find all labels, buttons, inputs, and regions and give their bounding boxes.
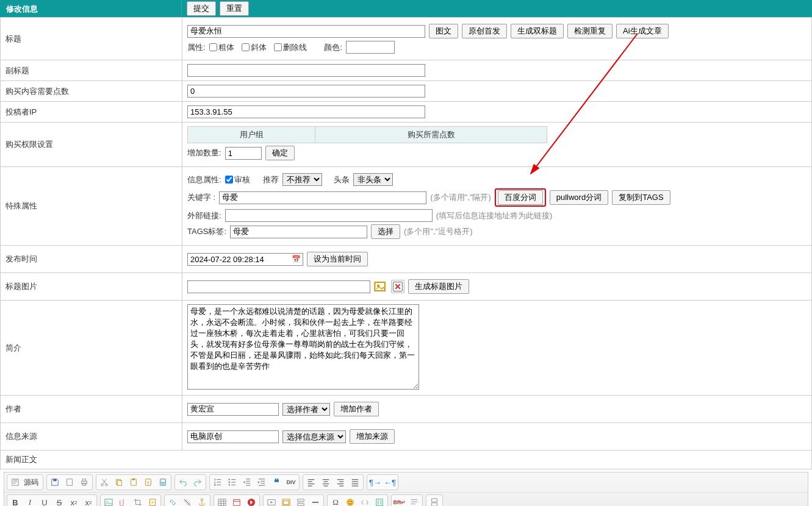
headline-select[interactable]: 非头条 — [353, 173, 393, 186]
recommend-select[interactable]: 不推荐 — [282, 173, 322, 186]
confirm-button[interactable]: 确定 — [265, 146, 295, 160]
titlepic-input[interactable] — [187, 280, 370, 293]
image-browse-icon[interactable] — [374, 280, 387, 293]
svg-rect-0 — [375, 282, 385, 291]
perm-table: 用户组购买所需点数 — [187, 126, 547, 143]
numbered-list-icon[interactable]: 123 — [210, 476, 225, 489]
indent-icon[interactable] — [254, 476, 269, 489]
format-icon[interactable] — [407, 496, 422, 506]
setcurrent-button[interactable]: 设为当前时间 — [307, 252, 368, 266]
code-icon[interactable] — [357, 496, 372, 506]
baidu-seg-button[interactable]: 百度分词 — [498, 190, 543, 205]
outdent-icon[interactable] — [240, 476, 254, 489]
paste-icon[interactable] — [126, 476, 141, 489]
media-button[interactable]: 图文 — [429, 24, 458, 38]
cut-icon[interactable] — [97, 476, 112, 489]
copy-icon[interactable] — [112, 476, 126, 489]
blockquote-icon[interactable]: ❝ — [269, 476, 284, 489]
points-input[interactable] — [187, 85, 425, 98]
align-right-icon[interactable] — [333, 476, 348, 489]
image-icon[interactable] — [101, 496, 116, 506]
unlink-icon[interactable] — [180, 496, 195, 506]
calendar-icon[interactable]: 📅 — [292, 255, 301, 263]
addqty-input[interactable] — [225, 147, 262, 160]
anchor-icon[interactable] — [195, 496, 209, 506]
attachment-icon[interactable] — [116, 496, 131, 506]
pagebreak2-icon[interactable] — [427, 496, 442, 506]
strike-icon[interactable]: S — [52, 496, 66, 506]
iframe-icon[interactable] — [279, 496, 293, 506]
author-select[interactable]: 选择作者 — [282, 403, 330, 416]
subscript-icon[interactable]: x2 — [66, 496, 81, 506]
bullet-list-icon[interactable] — [225, 476, 240, 489]
infoattr-label: 信息属性: — [187, 174, 221, 185]
copytags-button[interactable]: 复制到TAGS — [612, 190, 670, 205]
omega-icon[interactable]: Ω — [328, 496, 343, 506]
svg-rect-4 — [67, 479, 73, 486]
template-icon[interactable] — [372, 496, 387, 506]
bold-icon[interactable]: B — [8, 496, 23, 506]
bold-checkbox[interactable] — [209, 43, 217, 51]
source-button[interactable]: 源码 — [23, 477, 42, 488]
gen-titlepic-button[interactable]: 生成标题图片 — [408, 279, 469, 294]
superscript-icon[interactable]: x2 — [81, 496, 96, 506]
paste-word-icon[interactable]: W — [156, 476, 170, 489]
pubtime-input[interactable] — [187, 253, 303, 266]
source-input[interactable] — [187, 430, 279, 443]
rtl-icon[interactable]: ←¶ — [383, 476, 397, 489]
keyword-input[interactable] — [219, 191, 426, 204]
author-input[interactable] — [187, 403, 279, 416]
extlink-input[interactable] — [225, 209, 433, 222]
add-source-button[interactable]: 增加来源 — [350, 429, 395, 444]
intro-textarea[interactable] — [187, 304, 419, 390]
br-icon[interactable]: BR↵ — [392, 496, 407, 506]
tags-input[interactable] — [230, 226, 367, 238]
pullword-button[interactable]: pullword分词 — [550, 190, 608, 205]
table-icon[interactable] — [215, 496, 229, 506]
italic-icon[interactable]: I — [23, 496, 37, 506]
special-label: 特殊属性 — [1, 167, 182, 246]
div-icon[interactable]: DIV — [284, 476, 298, 489]
video-icon[interactable] — [264, 496, 279, 506]
source-icon[interactable] — [8, 476, 23, 489]
reset-button[interactable]: 重置 — [220, 1, 249, 16]
paste-text-icon[interactable]: T — [141, 476, 156, 489]
editor-toolbar: 源码 T W 123 ❝ DIV — [4, 472, 808, 506]
align-center-icon[interactable] — [318, 476, 333, 489]
flash-icon[interactable] — [244, 496, 259, 506]
align-justify-icon[interactable] — [348, 476, 362, 489]
smiley-icon[interactable] — [343, 496, 357, 506]
audit-checkbox[interactable] — [225, 176, 233, 184]
newpage-icon[interactable] — [62, 476, 77, 489]
tags-select-button[interactable]: 选择 — [371, 224, 400, 239]
dualtitle-button[interactable]: 生成双标题 — [511, 24, 564, 38]
strike-checkbox[interactable] — [274, 43, 282, 51]
ltr-icon[interactable]: ¶→ — [368, 476, 383, 489]
print-icon[interactable] — [77, 476, 92, 489]
attr-label: 属性: — [187, 42, 206, 53]
clipboard-image-icon[interactable] — [145, 496, 160, 506]
original-button[interactable]: 原创首发 — [462, 24, 507, 38]
pagebreak-icon[interactable] — [293, 496, 308, 506]
submit-button[interactable]: 提交 — [187, 1, 216, 16]
save-icon[interactable] — [48, 476, 62, 489]
ai-article-button[interactable]: Ai生成文章 — [616, 24, 669, 38]
title-input[interactable] — [187, 25, 425, 38]
link-icon[interactable] — [165, 496, 180, 506]
align-left-icon[interactable] — [304, 476, 318, 489]
italic-checkbox[interactable] — [242, 43, 250, 51]
hr-icon[interactable] — [308, 496, 323, 506]
source-select[interactable]: 选择信息来源 — [282, 430, 346, 443]
points-label: 购买内容需要点数 — [1, 81, 182, 102]
underline-icon[interactable]: U — [37, 496, 52, 506]
redo-icon[interactable] — [190, 476, 205, 489]
date-icon[interactable] — [229, 496, 244, 506]
subtitle-input[interactable] — [187, 64, 425, 77]
ip-input[interactable] — [187, 105, 425, 118]
undo-icon[interactable] — [176, 476, 190, 489]
image-clear-icon[interactable] — [391, 280, 404, 293]
crop-icon[interactable] — [131, 496, 145, 506]
checkdup-button[interactable]: 检测重复 — [567, 24, 613, 38]
color-input[interactable] — [346, 41, 395, 54]
add-author-button[interactable]: 增加作者 — [334, 402, 379, 416]
